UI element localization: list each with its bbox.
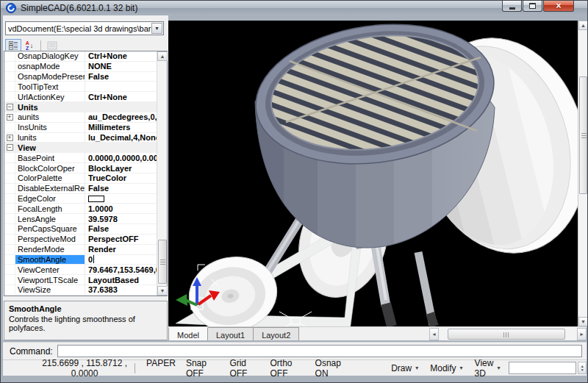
status-toggle-ortho[interactable]: Ortho OFF — [270, 358, 304, 379]
color-swatch[interactable] — [88, 196, 104, 202]
viewport-hscrollbar[interactable]: ◂ ▸ — [429, 327, 587, 340]
property-value[interactable]: Millimeters — [85, 123, 157, 132]
property-value[interactable] — [85, 194, 157, 204]
property-value[interactable]: Render — [85, 245, 157, 254]
categorized-view-button[interactable] — [5, 39, 21, 52]
property-value[interactable]: TrueColor — [85, 173, 157, 183]
tab-layout2[interactable]: Layout2 — [254, 328, 299, 340]
scroll-up-icon[interactable]: ▲ — [578, 21, 588, 30]
toolbar-separator — [40, 40, 41, 51]
property-row[interactable]: SmoothAngle0 — [4, 255, 157, 265]
property-row[interactable]: EdgeColor — [4, 194, 157, 204]
status-toggle-paper[interactable]: PAPER — [146, 358, 176, 379]
property-value[interactable]: 37.6383 — [85, 285, 157, 295]
menu-view-3d[interactable]: View 3D▾ — [475, 358, 501, 379]
status-combo[interactable] — [509, 362, 576, 374]
row-gutter — [4, 123, 15, 132]
minimize-button[interactable] — [502, 1, 522, 12]
property-value[interactable]: False — [85, 184, 157, 193]
property-row[interactable]: ViewCenter79.6467,153.5469,0. — [4, 265, 157, 275]
property-row[interactable]: OsnapDialogKeyCtrl+None — [4, 51, 157, 62]
scroll-left-icon[interactable]: ◂ — [429, 328, 439, 340]
property-value[interactable] — [85, 82, 157, 91]
scrollbar-thumb[interactable] — [448, 329, 565, 340]
expand-icon[interactable]: + — [7, 135, 13, 141]
property-category-row[interactable]: −View — [4, 143, 157, 153]
command-input[interactable] — [57, 345, 582, 357]
property-row[interactable]: ViewSize37.6383 — [4, 285, 157, 296]
property-category-row[interactable]: −Units — [4, 102, 157, 112]
menu-draw[interactable]: Draw▾ — [391, 358, 418, 379]
menu-modify[interactable]: Modify▾ — [430, 358, 462, 379]
property-name: LensAngle — [15, 214, 85, 223]
property-row[interactable]: osnapModeNONE — [4, 62, 157, 72]
expand-icon[interactable]: + — [7, 114, 13, 121]
property-row[interactable]: OsnapModePreserveFalse — [4, 72, 157, 82]
property-row[interactable]: ToolTipText — [4, 82, 157, 92]
property-value[interactable]: BlockLayer — [85, 163, 157, 173]
scrollbar-thumb[interactable] — [579, 76, 587, 194]
row-gutter — [4, 62, 15, 71]
property-row[interactable]: +lunitslu_Decimal,4,None — [4, 133, 157, 143]
property-value[interactable]: LayoutBased — [85, 275, 157, 284]
property-grid: OsnapDialogKeyCtrl+NoneosnapModeNONEOsna… — [4, 51, 168, 296]
property-value[interactable]: 0 — [85, 255, 157, 265]
property-row[interactable]: ViewportLTScaleLayoutBased — [4, 275, 157, 285]
maximize-button[interactable] — [523, 1, 542, 12]
property-grid-scrollbar[interactable]: ▲ ▼ — [157, 51, 167, 296]
property-row[interactable]: LensAngle39.5978 — [4, 214, 157, 224]
status-toggle-grid[interactable]: Grid OFF — [229, 358, 259, 379]
tab-model[interactable]: Model — [168, 327, 208, 340]
status-toggle-snap[interactable]: Snap OFF — [186, 358, 220, 379]
property-row[interactable]: ColorPaletteTrueColor — [4, 173, 157, 184]
property-row[interactable]: PenCapsSquareFalse — [4, 224, 157, 235]
alphabetical-sort-button[interactable]: AZ ↓ — [21, 39, 37, 52]
property-row[interactable]: BlockColorOperBlockLayer — [4, 163, 157, 173]
property-row[interactable]: +aunitsau_Decdegrees,0,No — [4, 112, 157, 123]
viewport[interactable] — [168, 21, 578, 326]
property-value[interactable]: Ctrl+None — [85, 51, 157, 61]
property-value[interactable]: Ctrl+None — [85, 92, 157, 101]
property-value[interactable]: au_Decdegrees,0,No — [85, 112, 157, 122]
property-name: DisableExternalRefer — [15, 184, 85, 193]
property-row[interactable]: UrlActionKeyCtrl+None — [4, 92, 157, 102]
row-gutter — [4, 265, 15, 274]
scroll-up-icon[interactable]: ▲ — [157, 51, 168, 61]
property-row[interactable]: BasePoint0.0000,0.0000,0.000 — [4, 153, 157, 163]
property-row[interactable]: DisableExternalReferFalse — [4, 184, 157, 194]
collapse-icon[interactable]: − — [7, 144, 13, 151]
row-gutter: − — [4, 102, 15, 112]
property-value[interactable]: NONE — [85, 62, 157, 71]
property-value[interactable]: 1.0000 — [85, 204, 157, 213]
property-value[interactable]: PerspectOFF — [85, 235, 157, 244]
command-bar: Command: — [3, 342, 587, 359]
property-value[interactable]: False — [85, 72, 157, 82]
property-value[interactable]: 0.0000,0.0000,0.000 — [85, 153, 157, 162]
property-row[interactable]: PerspectiveModPerspectOFF — [4, 235, 157, 245]
hscroll-track[interactable] — [439, 328, 577, 340]
property-name: RenderMode — [15, 245, 85, 254]
property-row[interactable]: InsUnitsMillimeters — [4, 123, 157, 133]
property-row[interactable]: FocalLength1.0000 — [4, 204, 157, 214]
status-toggle-osnap[interactable]: Osnap ON — [315, 358, 350, 379]
scroll-right-icon[interactable]: ▸ — [577, 328, 587, 340]
scrollbar-thumb[interactable] — [158, 240, 167, 284]
property-name: aunits — [15, 112, 85, 122]
property-row[interactable]: RenderModeRender — [4, 245, 157, 255]
viewport-vscrollbar[interactable]: ▲ ▼ — [578, 21, 587, 326]
maximize-icon — [529, 3, 536, 9]
scroll-down-icon[interactable]: ▼ — [578, 317, 588, 326]
chevron-down-icon[interactable]: ▼ — [151, 23, 162, 34]
property-value[interactable]: lu_Decimal,4,None — [85, 133, 157, 143]
property-value[interactable]: False — [85, 224, 157, 234]
property-value[interactable]: 79.6467,153.5469,0. — [85, 265, 157, 274]
property-name: ViewCenter — [15, 265, 85, 274]
document-combo[interactable]: vdDocument(E:\special 3d drawings\barbec… — [5, 21, 164, 35]
collapse-icon[interactable]: − — [7, 104, 13, 110]
close-button[interactable]: × — [543, 1, 574, 12]
spin-button[interactable]: ▲▼ — [578, 362, 587, 374]
property-value[interactable]: 39.5978 — [85, 214, 157, 223]
scroll-down-icon[interactable]: ▼ — [157, 286, 168, 296]
tab-layout1[interactable]: Layout1 — [208, 328, 254, 340]
title-bar[interactable]: SimpleCAD(6.6021.0.1 32 bit) × — [1, 1, 588, 15]
